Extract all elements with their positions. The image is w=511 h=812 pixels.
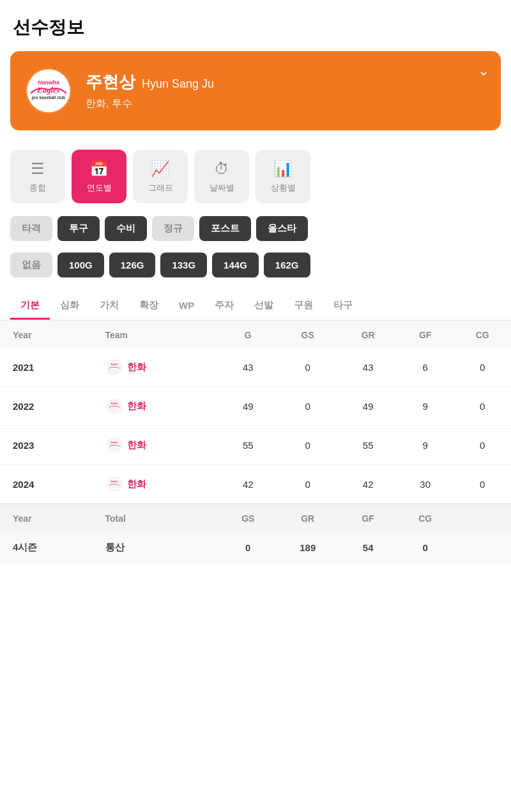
total-cell-cg: 0 [397,531,454,564]
filter-allstar[interactable]: 올스타 [256,216,308,241]
page-container: 선수정보 Hanwha Eagles pro baseball club 주현상… [0,0,511,812]
player-name-row: 주현상 Hyun Sang Ju [86,71,214,93]
col-header-team: Team [103,321,220,348]
yearly-icon: 📅 [89,160,109,178]
tab-summary[interactable]: ☰ 종합 [10,150,65,203]
col-header-year: Year [0,321,103,348]
hanwha-logo-2021: Eagles [105,358,123,376]
svg-text:Eagles: Eagles [111,480,118,483]
sub-tab-basic[interactable]: 기본 [10,294,50,320]
cell-team-2021: Eagles 한화 [103,348,220,387]
summary-icon: ☰ [31,160,45,178]
total-header-row: Year Total GS GR GF CG [0,504,511,531]
chevron-down-icon[interactable]: ⌄ [478,63,489,79]
cell-gf-2021: 6 [397,348,454,387]
cell-year-2022: 2022 [0,387,103,426]
col-header-cg: CG [454,321,511,348]
svg-text:Eagles: Eagles [111,441,118,444]
team-cell-2023: Eagles 한화 [105,436,215,454]
svg-text:Eagles: Eagles [111,402,118,405]
filter-batting[interactable]: 타격 [10,216,52,241]
cell-gs-2023: 0 [276,426,339,465]
sub-tab-expanded[interactable]: 확장 [129,294,169,320]
total-col-empty [454,504,511,531]
tab-yearly[interactable]: 📅 연도별 [72,150,126,203]
sub-tab-batted[interactable]: 타구 [323,294,363,320]
cell-team-2024: Eagles 한화 [103,465,220,504]
filter-post[interactable]: 포스트 [199,216,251,241]
svg-text:pro baseball club: pro baseball club [32,95,66,100]
tab-daily-label: 날짜별 [210,182,234,194]
cell-g-2023: 55 [220,426,276,465]
svg-point-9 [106,437,122,453]
tab-graph[interactable]: 📈 그래프 [133,150,188,203]
sub-tab-advanced[interactable]: 심화 [50,294,89,320]
team-name-2022[interactable]: 한화 [127,400,146,412]
total-col-year: Year [0,504,103,531]
team-name-2023[interactable]: 한화 [127,439,146,451]
cell-gs-2022: 0 [276,387,339,426]
sub-tab-value[interactable]: 가치 [89,294,129,320]
cell-g-2022: 49 [220,387,276,426]
filter-133g[interactable]: 133G [160,253,207,277]
tab-daily[interactable]: ⏱ 날짜별 [194,150,249,203]
tab-situation[interactable]: 📊 상황별 [256,150,310,203]
filter-126g[interactable]: 126G [109,253,156,277]
hanwha-logo-2023: Eagles [105,436,123,454]
filter-162g[interactable]: 162G [264,253,310,277]
filter-144g[interactable]: 144G [212,253,259,277]
cell-gf-2022: 9 [397,387,454,426]
filter-row-1: 타격 투구 수비 정규 포스트 올스타 [0,212,511,245]
cell-year-2021: 2021 [0,348,103,387]
total-cell-gs: 0 [220,531,276,564]
filter-pitching[interactable]: 투구 [57,216,100,241]
sub-tab-starter[interactable]: 선발 [244,294,284,320]
cell-cg-2021: 0 [454,348,511,387]
tab-situation-label: 상황별 [271,182,296,194]
filter-row-2: 없음 100G 126G 133G 144G 162G [0,249,511,281]
player-info: 주현상 Hyun Sang Ju 한화, 투수 [86,71,214,111]
hanwha-logo-2022: Eagles [105,397,123,415]
filter-none[interactable]: 없음 [10,253,52,277]
svg-text:Hanwha: Hanwha [38,79,59,86]
total-cell-gf: 54 [339,531,397,564]
tab-graph-label: 그래프 [148,182,173,194]
sub-tab-runner[interactable]: 주자 [204,294,244,320]
svg-point-11 [106,476,122,492]
total-cell-gr: 189 [276,531,339,564]
team-cell-2021: Eagles 한화 [105,358,215,376]
col-header-gr: GR [339,321,397,348]
team-name-2021[interactable]: 한화 [127,361,146,373]
table-row: 2021 Eagles 한화 43 0 43 6 0 [0,348,511,387]
team-name-2024[interactable]: 한화 [127,478,146,490]
cell-gf-2023: 9 [397,426,454,465]
table-row: 2024 Eagles 한화 42 0 42 30 0 [0,465,511,504]
total-cell-empty [454,531,511,564]
cell-g-2021: 43 [220,348,276,387]
svg-point-7 [106,398,122,414]
hanwha-logo-2024: Eagles [105,475,123,493]
total-col-total: Total [103,504,220,531]
col-header-g: G [220,321,276,348]
graph-icon: 📈 [151,160,170,178]
filter-regular[interactable]: 정규 [152,216,194,241]
cell-gf-2024: 30 [397,465,454,504]
filter-100g[interactable]: 100G [57,253,104,277]
sub-tab-wp[interactable]: WP [169,294,204,320]
cell-gr-2021: 43 [339,348,397,387]
filter-defense[interactable]: 수비 [105,216,147,241]
team-cell-2022: Eagles 한화 [105,397,215,415]
cell-gs-2021: 0 [276,348,339,387]
table-header-row: Year Team G GS GR GF CG [0,321,511,348]
player-name-korean: 주현상 [86,71,135,93]
sub-tab-reliever[interactable]: 구원 [284,294,323,320]
cell-cg-2024: 0 [454,465,511,504]
svg-point-5 [106,359,122,375]
col-header-gf: GF [397,321,454,348]
cell-team-2022: Eagles 한화 [103,387,220,426]
total-cell-seasons: 4시즌 [0,531,103,564]
cell-gr-2024: 42 [339,465,397,504]
player-card[interactable]: Hanwha Eagles pro baseball club 주현상 Hyun… [10,51,501,130]
cell-team-2023: Eagles 한화 [103,426,220,465]
total-data-row: 4시즌 통산 0 189 54 0 [0,531,511,564]
